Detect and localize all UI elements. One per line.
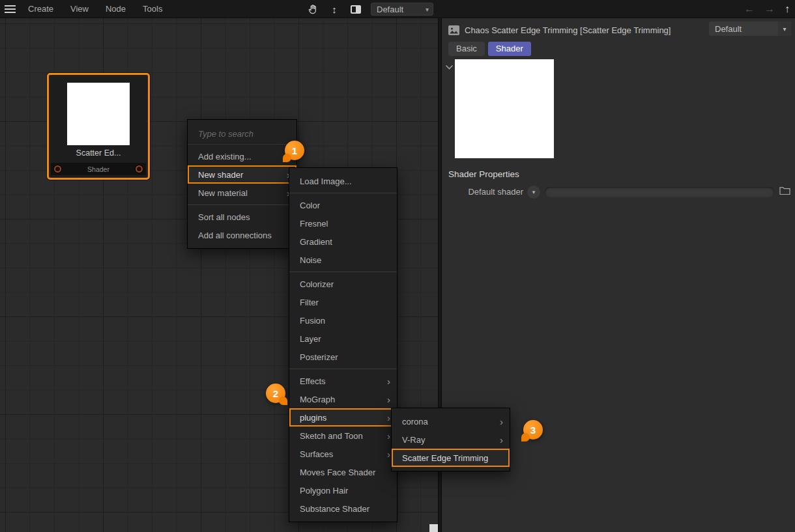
submenu-arrow-icon: › xyxy=(387,413,390,423)
dropdown-arrow-icon: ▾ xyxy=(778,21,791,36)
menu-tools[interactable]: Tools xyxy=(134,0,171,18)
menu-item-filter[interactable]: Filter xyxy=(289,293,397,311)
inspector-tabs: Basic Shader xyxy=(448,42,531,56)
step-marker-1: 1 xyxy=(285,141,304,160)
submenu-arrow-icon: › xyxy=(387,449,390,459)
menu-item-fusion[interactable]: Fusion xyxy=(289,311,397,329)
menu-separator xyxy=(289,272,397,272)
menu-item-polygon-hair[interactable]: Polygon Hair xyxy=(289,481,397,499)
menu-item-fresnel[interactable]: Fresnel xyxy=(289,214,397,232)
new-shader-submenu: Load Image... Color Fresnel Gradient Noi… xyxy=(289,167,398,522)
port-bar-label: Shader xyxy=(87,165,109,173)
view-mode-dropdown[interactable]: Default ▾ xyxy=(371,3,433,16)
shader-properties-heading: Shader Properties xyxy=(448,169,519,179)
node-title: Scatter Ed... xyxy=(49,148,148,158)
node-editor-window: Create View Node Tools ↕ Default ▾ ← → ↑ xyxy=(0,0,795,532)
canvas-context-menu: Add existing... New shader› New material… xyxy=(187,119,297,249)
top-toolbar: Create View Node Tools ↕ Default ▾ ← → ↑ xyxy=(0,0,795,18)
output-port[interactable] xyxy=(136,165,143,173)
menu-separator xyxy=(188,204,296,205)
menu-create[interactable]: Create xyxy=(20,0,62,18)
menu-item-new-shader[interactable]: New shader› xyxy=(188,165,296,184)
dropdown-arrow-icon: ▾ xyxy=(532,189,536,195)
menu-item-moves-face-shader[interactable]: Moves Face Shader xyxy=(289,463,397,481)
menu-item-sort-all-nodes[interactable]: Sort all nodes xyxy=(188,208,296,226)
toolbar-center-tools: ↕ Default ▾ xyxy=(306,0,433,18)
menu-item-gradient[interactable]: Gradient xyxy=(289,232,397,251)
menu-item-scatter-edge-trimming[interactable]: Scatter Edge Trimming xyxy=(392,449,510,467)
menu-item-new-material[interactable]: New material› xyxy=(188,184,296,202)
menu-item-substance-shader[interactable]: Substance Shader xyxy=(289,499,397,518)
toolbar-nav-arrows: ← → ↑ xyxy=(744,0,790,18)
submenu-arrow-icon: › xyxy=(387,395,390,404)
submenu-arrow-icon: › xyxy=(500,435,503,445)
preset-dropdown[interactable]: Default ▾ xyxy=(709,21,791,36)
menu-separator xyxy=(289,369,397,369)
menu-item-mograph[interactable]: MoGraph› xyxy=(289,390,397,408)
menu-view[interactable]: View xyxy=(62,0,97,18)
shader-preview-thumbnail xyxy=(455,59,554,158)
node-port-bar: Shader xyxy=(51,163,146,175)
plugins-submenu: corona› V-Ray› Scatter Edge Trimming xyxy=(391,408,510,471)
menu-separator xyxy=(289,193,397,193)
menu-item-posterizer[interactable]: Posterizer xyxy=(289,348,397,366)
menu-item-vray[interactable]: V-Ray› xyxy=(392,430,510,449)
menu-item-add-all-connections[interactable]: Add all connections xyxy=(188,226,296,244)
menu-item-sketch-and-toon[interactable]: Sketch and Toon› xyxy=(289,427,397,445)
menu-item-layer[interactable]: Layer xyxy=(289,329,397,348)
menu-item-noise[interactable]: Noise xyxy=(289,251,397,269)
menu-item-load-image[interactable]: Load Image... xyxy=(289,172,397,190)
collapse-chevron-icon[interactable] xyxy=(445,62,454,72)
node-preview-thumbnail xyxy=(67,83,130,145)
default-shader-label: Default shader xyxy=(442,187,523,197)
shader-value-field[interactable] xyxy=(545,187,774,197)
step-marker-3: 3 xyxy=(523,420,543,440)
fit-view-icon[interactable]: ↕ xyxy=(328,3,341,16)
menu-node[interactable]: Node xyxy=(97,0,134,18)
menu-item-surfaces[interactable]: Surfaces› xyxy=(289,445,397,463)
menu-search-row xyxy=(188,124,296,145)
dropdown-arrow-icon: ▾ xyxy=(426,6,429,13)
preset-dropdown-value: Default xyxy=(709,24,742,34)
menu-item-plugins[interactable]: plugins› xyxy=(289,408,397,427)
step-marker-2: 2 xyxy=(266,384,285,403)
folder-browse-icon[interactable] xyxy=(779,186,790,195)
menu-item-add-existing[interactable]: Add existing... xyxy=(188,147,296,165)
menu-item-corona[interactable]: corona› xyxy=(392,412,510,430)
default-shader-row: Default shader ▾ xyxy=(442,185,795,199)
pan-hand-icon[interactable] xyxy=(306,3,319,16)
shader-type-dropdown-button[interactable]: ▾ xyxy=(527,186,540,199)
menu-item-color[interactable]: Color xyxy=(289,196,397,214)
menu-item-colorizer[interactable]: Colorizer xyxy=(289,275,397,293)
menu-search-input[interactable] xyxy=(197,128,287,139)
scrollbar-corner[interactable] xyxy=(429,524,438,532)
inspector-title: Chaos Scatter Edge Trimming [Scatter Edg… xyxy=(465,25,671,35)
hamburger-menu-icon[interactable] xyxy=(0,0,20,18)
submenu-arrow-icon: › xyxy=(500,417,503,427)
menu-item-effects[interactable]: Effects› xyxy=(289,372,397,390)
tab-shader[interactable]: Shader xyxy=(488,42,531,56)
scatter-edge-trimming-node[interactable]: Scatter Ed... Shader xyxy=(47,73,150,180)
back-arrow-icon[interactable]: ← xyxy=(744,3,755,15)
submenu-arrow-icon: › xyxy=(387,376,390,386)
view-mode-value: Default xyxy=(377,5,403,14)
forward-arrow-icon[interactable]: → xyxy=(764,3,775,15)
inspector-header: Chaos Scatter Edge Trimming [Scatter Edg… xyxy=(448,22,671,38)
split-layout-icon[interactable] xyxy=(349,3,362,16)
input-port[interactable] xyxy=(54,165,61,173)
image-icon xyxy=(448,25,459,35)
up-arrow-icon[interactable]: ↑ xyxy=(785,3,790,15)
submenu-arrow-icon: › xyxy=(387,431,390,441)
tab-basic[interactable]: Basic xyxy=(448,42,485,56)
